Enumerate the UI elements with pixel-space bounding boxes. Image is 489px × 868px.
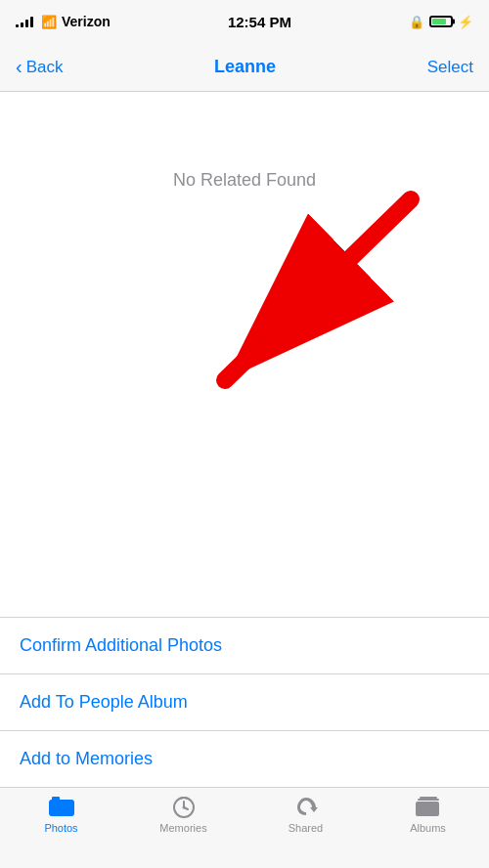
- svg-point-5: [182, 806, 185, 809]
- signal-icon: [16, 16, 33, 27]
- back-chevron-icon: ‹: [16, 57, 22, 76]
- nav-bar: ‹ Back Leanne Select: [0, 43, 489, 92]
- add-memories-button[interactable]: Add to Memories: [0, 730, 489, 787]
- battery-icon: [429, 16, 453, 27]
- carrier-name: Verizon: [62, 14, 111, 29]
- add-people-album-button[interactable]: Add To People Album: [0, 673, 489, 730]
- photos-tab-icon: [48, 796, 75, 819]
- tab-shared[interactable]: Shared: [267, 796, 345, 834]
- status-left: 📶 Verizon: [16, 14, 111, 29]
- shared-tab-icon: [292, 796, 320, 819]
- svg-rect-8: [420, 797, 437, 799]
- page-title: Leanne: [214, 57, 276, 77]
- svg-rect-2: [49, 800, 74, 816]
- memories-tab-icon: [170, 796, 198, 819]
- content-area: No Related Found Confirm Additional Phot…: [0, 92, 489, 787]
- status-right: 🔒 ⚡: [409, 15, 473, 29]
- back-button[interactable]: ‹ Back: [16, 58, 63, 77]
- tab-albums[interactable]: Albums: [389, 796, 467, 834]
- svg-line-1: [225, 199, 411, 380]
- lock-icon: 🔒: [409, 15, 424, 29]
- tab-photos[interactable]: Photos: [22, 796, 101, 834]
- albums-tab-icon: [415, 796, 442, 819]
- select-button[interactable]: Select: [427, 58, 473, 77]
- shared-tab-label: Shared: [289, 822, 323, 834]
- confirm-photos-button[interactable]: Confirm Additional Photos: [0, 617, 489, 673]
- tab-bar: Photos Memories Shared: [0, 787, 489, 868]
- memories-tab-label: Memories: [159, 822, 206, 834]
- svg-rect-6: [416, 802, 439, 816]
- wifi-icon: 📶: [41, 15, 57, 29]
- photos-tab-label: Photos: [44, 822, 77, 834]
- status-time: 12:54 PM: [228, 14, 291, 30]
- charging-icon: ⚡: [458, 15, 473, 29]
- battery-indicator: [429, 16, 453, 27]
- annotation-arrow: [0, 190, 489, 483]
- tab-memories[interactable]: Memories: [145, 796, 223, 834]
- svg-rect-3: [52, 797, 60, 801]
- back-label: Back: [26, 58, 64, 77]
- albums-tab-label: Albums: [410, 822, 446, 834]
- status-bar: 📶 Verizon 12:54 PM 🔒 ⚡: [0, 0, 489, 43]
- svg-rect-7: [418, 799, 439, 801]
- action-list: Confirm Additional Photos Add To People …: [0, 617, 489, 787]
- no-related-message: No Related Found: [0, 92, 489, 210]
